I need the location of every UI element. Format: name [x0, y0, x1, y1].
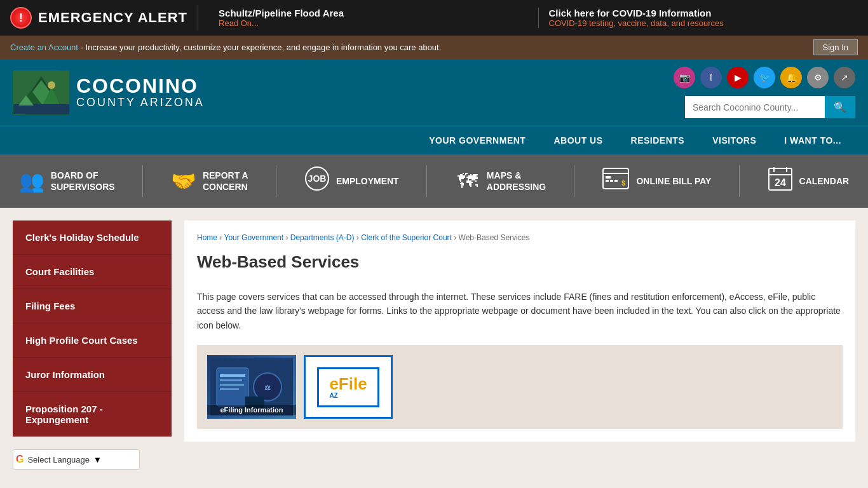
- svg-rect-25: [220, 379, 242, 381]
- select-language-label: Select Language: [27, 455, 90, 464]
- breadcrumb-your-gov[interactable]: Your Government: [224, 233, 283, 242]
- sidebar-nav: Clerk's Holiday Schedule Court Facilitie…: [13, 220, 172, 437]
- create-account-link[interactable]: Create an Account: [10, 43, 78, 52]
- tagline-text: - Increase your productivity, customize …: [81, 43, 442, 52]
- site-header: COCONINO COUNTY ARIZONA 📷 f ▶ 🐦 🔔 ⚙ ↗ 🔍: [0, 59, 868, 126]
- calendar-label: CALENDAR: [799, 175, 850, 187]
- alert-icon: !: [10, 7, 32, 29]
- youtube-icon[interactable]: ▶: [727, 67, 749, 88]
- share-icon[interactable]: ↗: [834, 67, 855, 88]
- ql-divider-4: [574, 165, 574, 197]
- ql-divider-1: [142, 165, 143, 197]
- quick-link-bill-pay[interactable]: $ ONLINE BILL PAY: [592, 162, 721, 200]
- breadcrumb-sep-2: ›: [285, 233, 290, 242]
- employment-label: EMPLOYMENT: [336, 175, 399, 187]
- notification-bell-icon[interactable]: 🔔: [780, 67, 802, 88]
- svg-text:24: 24: [775, 177, 786, 188]
- account-tagline: Create an Account - Increase your produc…: [10, 43, 441, 52]
- content-area: Clerk's Holiday Schedule Court Facilitie…: [0, 208, 868, 482]
- report-concern-label: REPORT A CONCERN: [203, 170, 248, 193]
- google-translate-widget[interactable]: G Select Language ▼: [13, 449, 140, 470]
- ql-divider-3: [426, 165, 427, 197]
- employment-icon: JOB: [304, 166, 330, 196]
- emergency-middle: Schultz/Pipeline Flood Area Read On...: [208, 8, 527, 28]
- nav-visitors[interactable]: VISITORS: [698, 126, 770, 154]
- supervisors-label: BOARD OF SUPERVISORS: [51, 170, 115, 193]
- svg-rect-24: [220, 374, 245, 377]
- svg-rect-27: [220, 388, 239, 390]
- main-nav: YOUR GOVERNMENT ABOUT US RESIDENTS VISIT…: [0, 126, 868, 154]
- twitter-icon[interactable]: 🐦: [754, 67, 775, 88]
- svg-rect-12: [606, 176, 611, 179]
- maps-icon: 🗺: [455, 170, 480, 193]
- quick-link-report-concern[interactable]: 🤝 REPORT A CONCERN: [161, 164, 259, 198]
- efile-az-box[interactable]: eFile AZ: [304, 355, 393, 419]
- logo-area[interactable]: COCONINO COUNTY ARIZONA: [13, 71, 205, 115]
- nav-i-want-to[interactable]: I WANT TO...: [770, 126, 855, 154]
- search-input[interactable]: [685, 96, 825, 118]
- nav-your-government[interactable]: YOUR GOVERNMENT: [415, 126, 539, 154]
- svg-rect-15: [614, 180, 618, 182]
- read-on-link[interactable]: Read On...: [219, 18, 527, 28]
- sidebar-item-filing-fees[interactable]: Filing Fees: [13, 289, 172, 323]
- svg-point-7: [48, 81, 55, 89]
- sign-in-button[interactable]: Sign In: [813, 39, 858, 55]
- emergency-right: Click here for COVID-19 Information COVI…: [538, 8, 858, 28]
- page-description: This page covers services that can be ac…: [197, 290, 843, 332]
- quick-link-employment[interactable]: JOB EMPLOYMENT: [294, 161, 409, 201]
- svg-text:$: $: [622, 180, 626, 187]
- sidebar-item-juror-info[interactable]: Juror Information: [13, 358, 172, 392]
- quick-link-calendar[interactable]: 24 CALENDAR: [757, 161, 860, 201]
- sidebar-item-clerks-holiday[interactable]: Clerk's Holiday Schedule: [13, 220, 172, 255]
- breadcrumb: Home › Your Government › Departments (A-…: [197, 233, 843, 242]
- breadcrumb-current: Web-Based Services: [459, 233, 530, 242]
- svg-rect-5: [13, 104, 69, 114]
- bill-pay-icon: $: [602, 167, 630, 195]
- svg-rect-14: [610, 180, 613, 182]
- breadcrumb-sep-4: ›: [454, 233, 458, 242]
- svg-rect-23: [217, 368, 248, 406]
- settings-gear-icon[interactable]: ⚙: [807, 67, 829, 88]
- logo-image: [13, 71, 70, 115]
- breadcrumb-clerk[interactable]: Clerk of the Superior Court: [361, 233, 452, 242]
- emergency-divider: [198, 5, 198, 30]
- covid-title[interactable]: Click here for COVID-19 Information: [549, 8, 858, 18]
- bill-pay-label: ONLINE BILL PAY: [636, 175, 711, 187]
- sidebar: Clerk's Holiday Schedule Court Facilitie…: [0, 220, 172, 470]
- efiling-info-box[interactable]: ⚖ eFiling Information: [207, 355, 296, 419]
- logo-text: COCONINO COUNTY ARIZONA: [76, 76, 205, 109]
- supervisors-icon: 👥: [19, 169, 44, 193]
- breadcrumb-departments[interactable]: Departments (A-D): [290, 233, 355, 242]
- emergency-bar: ! EMERGENCY ALERT Schultz/Pipeline Flood…: [0, 0, 868, 36]
- account-bar: Create an Account - Increase your produc…: [0, 36, 868, 59]
- emergency-title: EMERGENCY ALERT: [38, 10, 187, 26]
- maps-label: MAPS & ADDRESSING: [487, 170, 546, 193]
- page-title: Web-Based Services: [197, 252, 843, 277]
- content-panel: Home › Your Government › Departments (A-…: [184, 220, 855, 442]
- efile-az-text: eFile: [329, 376, 367, 392]
- nav-about-us[interactable]: ABOUT US: [539, 126, 616, 154]
- sidebar-item-proposition[interactable]: Proposition 207 - Expungement: [13, 392, 172, 437]
- sidebar-item-high-profile[interactable]: High Profile Court Cases: [13, 323, 172, 358]
- svg-rect-26: [220, 384, 244, 386]
- svg-text:⚖: ⚖: [264, 384, 271, 391]
- nav-residents[interactable]: RESIDENTS: [617, 126, 699, 154]
- social-icons: 📷 f ▶ 🐦 🔔 ⚙ ↗: [674, 67, 855, 88]
- sidebar-item-court-facilities[interactable]: Court Facilities: [13, 255, 172, 289]
- ql-divider-5: [739, 165, 740, 197]
- header-right: 📷 f ▶ 🐦 🔔 ⚙ ↗ 🔍: [674, 67, 855, 118]
- main-content: Home › Your Government › Departments (A-…: [172, 220, 868, 470]
- svg-rect-13: [606, 180, 609, 182]
- flood-title: Schultz/Pipeline Flood Area: [219, 8, 527, 18]
- quick-link-maps[interactable]: 🗺 MAPS & ADDRESSING: [445, 165, 556, 198]
- facebook-icon[interactable]: f: [700, 67, 722, 88]
- quick-link-board-of-supervisors[interactable]: 👥 BOARD OF SUPERVISORS: [9, 164, 125, 198]
- language-select[interactable]: ▼: [93, 455, 109, 464]
- search-button[interactable]: 🔍: [825, 96, 855, 118]
- report-concern-icon: 🤝: [171, 169, 196, 193]
- google-g-icon: G: [16, 454, 24, 465]
- efiling-label: eFiling Information: [207, 405, 296, 415]
- instagram-icon[interactable]: 📷: [674, 67, 695, 88]
- service-icons-row: ⚖ eFiling Information eFile AZ: [197, 345, 843, 429]
- breadcrumb-home[interactable]: Home: [197, 233, 217, 242]
